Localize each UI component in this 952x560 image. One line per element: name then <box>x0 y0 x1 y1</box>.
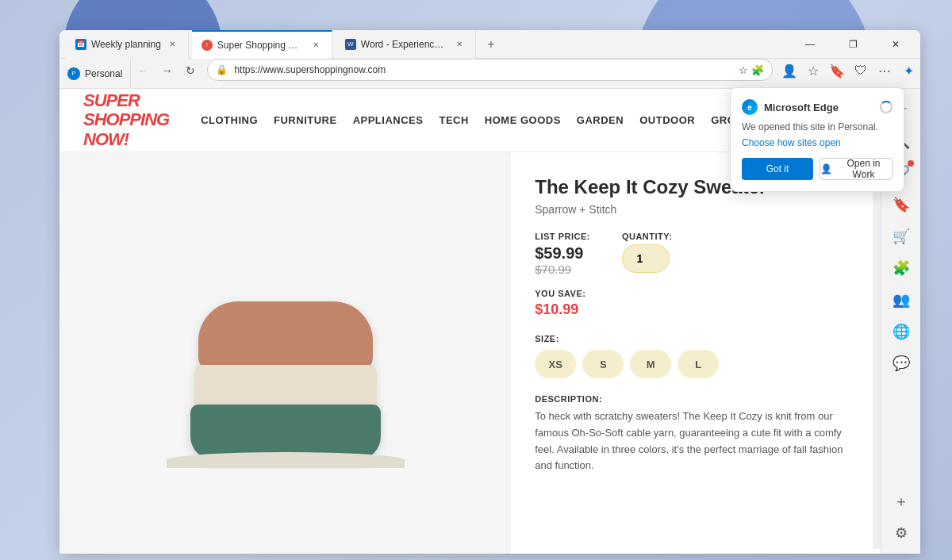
tab-label-active: Super Shopping Now <box>217 40 305 51</box>
favorites-icon[interactable]: ☆ <box>739 64 748 76</box>
size-l[interactable]: L <box>678 350 719 378</box>
description-text: To heck with scratchy sweaters! The Keep… <box>535 408 857 474</box>
browser-essentials-button[interactable]: 🛡 <box>849 59 873 82</box>
quantity-block: QUANTITY: <box>622 232 673 273</box>
nav-appliances[interactable]: APPLIANCES <box>353 114 424 126</box>
nav-garden[interactable]: GARDEN <box>577 114 624 126</box>
side-bookmark-icon[interactable]: 🔖 <box>887 190 916 219</box>
edge-popup-body: We opened this site in Personal. <box>742 121 892 132</box>
address-text: https://www.supershoppingnow.com <box>234 64 386 75</box>
side-add-icon[interactable]: ＋ <box>887 487 916 516</box>
close-button[interactable]: ✕ <box>877 33 914 56</box>
collections-button[interactable]: 🔖 <box>825 59 849 82</box>
back-button[interactable]: ← <box>131 59 155 82</box>
refresh-button[interactable]: ↻ <box>178 59 202 82</box>
new-tab-button[interactable]: + <box>479 33 503 56</box>
extensions-icon[interactable]: 🧩 <box>751 64 764 76</box>
tab-favicon-shopping: ! <box>202 40 213 51</box>
description-label: DESCRIPTION: <box>535 394 857 404</box>
edge-popup: e Microsoft Edge We opened this site in … <box>730 87 904 192</box>
savings-amount: $10.99 <box>535 301 857 318</box>
tab-close-button[interactable]: ✕ <box>166 38 178 51</box>
settings-more-button[interactable]: ⋯ <box>873 59 896 82</box>
original-price: $70.99 <box>535 263 590 276</box>
profile-avatar: P <box>67 67 80 80</box>
size-options: XS S M L <box>535 350 857 378</box>
site-logo: SUPER SHOPPING NOW! <box>83 91 169 149</box>
list-price-label: LIST PRICE: <box>535 232 590 241</box>
person-icon: 👤 <box>820 163 832 175</box>
product-page: The Keep It Cozy Sweater Sparrow + Stitc… <box>60 152 881 554</box>
you-save-label: YOU SAVE: <box>535 289 857 298</box>
size-section: SIZE: XS S M L <box>535 334 857 378</box>
size-label: SIZE: <box>535 334 857 343</box>
got-it-button[interactable]: Got it <box>742 158 813 180</box>
browser-toolbar-row: P Personal ← → ↻ 🔒 https://www.supershop… <box>60 59 920 89</box>
price-block: LIST PRICE: $59.99 $70.99 <box>535 232 590 276</box>
maximize-button[interactable]: ❐ <box>835 33 871 56</box>
open-in-work-button[interactable]: 👤 Open in Work <box>820 158 892 180</box>
product-image-section <box>60 152 511 554</box>
window-controls: — ❐ ✕ <box>792 33 914 56</box>
tab-super-shopping[interactable]: ! Super Shopping Now ✕ <box>192 30 332 59</box>
side-chat-icon[interactable]: 💬 <box>887 349 916 378</box>
current-price: $59.99 <box>535 244 590 263</box>
edge-logo-icon: e <box>742 99 758 115</box>
side-cart-icon[interactable]: 🛒 <box>887 222 916 251</box>
description-section: DESCRIPTION: To heck with scratchy sweat… <box>535 394 857 474</box>
tab-word[interactable]: W Word - Experience Built for Focus ✕ <box>336 30 476 59</box>
nav-furniture[interactable]: FURNITURE <box>274 114 337 126</box>
profile-indicator[interactable]: P Personal <box>60 59 131 88</box>
product-info: The Keep It Cozy Sweater Sparrow + Stitc… <box>511 152 881 554</box>
product-brand: Sparrow + Stitch <box>535 203 857 216</box>
product-image <box>135 214 436 492</box>
tab-label-word: Word - Experience Built for Focus <box>361 39 448 50</box>
forward-button[interactable]: → <box>155 59 178 82</box>
tab-favicon-calendar: 📅 <box>75 39 86 50</box>
tab-label: Weekly planning <box>91 39 161 50</box>
nav-home-goods[interactable]: HOME GOODS <box>485 114 561 126</box>
savings-section: YOU SAVE: $10.99 <box>535 289 857 318</box>
main-nav: CLOTHING FURNITURE APPLIANCES TECH HOME … <box>201 114 766 126</box>
side-globe-icon[interactable]: 🌐 <box>887 317 916 346</box>
favorites-bar-button[interactable]: ☆ <box>801 59 825 82</box>
side-puzzle-icon[interactable]: 🧩 <box>887 254 916 282</box>
nav-clothing[interactable]: CLOTHING <box>201 114 258 126</box>
price-section: LIST PRICE: $59.99 $70.99 QUANTITY: <box>535 232 857 276</box>
minimize-button[interactable]: — <box>792 33 828 56</box>
tab-weekly-planning[interactable]: 📅 Weekly planning ✕ <box>66 30 189 59</box>
size-xs[interactable]: XS <box>535 350 576 378</box>
quantity-input[interactable] <box>622 244 670 273</box>
loading-spinner <box>880 101 892 113</box>
edge-popup-buttons: Got it 👤 Open in Work <box>742 158 892 180</box>
size-s[interactable]: S <box>582 350 624 378</box>
address-lock-icon: 🔒 <box>216 64 228 75</box>
nav-tech[interactable]: TECH <box>439 114 468 126</box>
shelf <box>167 452 405 468</box>
edge-popup-header: e Microsoft Edge <box>742 99 892 115</box>
side-settings-icon[interactable]: ⚙ <box>887 519 916 547</box>
profile-button[interactable]: 👤 <box>777 59 801 82</box>
tab-close-word-button[interactable]: ✕ <box>453 38 466 51</box>
side-people-icon[interactable]: 👥 <box>887 286 916 314</box>
edge-popup-title: Microsoft Edge <box>764 102 839 113</box>
address-bar-icons: ☆ 🧩 <box>739 64 764 76</box>
size-m[interactable]: M <box>630 350 671 378</box>
tab-close-active-button[interactable]: ✕ <box>309 39 322 52</box>
tab-favicon-word: W <box>345 39 356 50</box>
quantity-label: QUANTITY: <box>622 232 673 241</box>
sweater-top-layer <box>198 301 373 373</box>
browser-titlebar: 📅 Weekly planning ✕ ! Super Shopping Now… <box>60 30 920 59</box>
address-bar[interactable]: 🔒 https://www.supershoppingnow.com ☆ 🧩 <box>207 59 773 81</box>
copilot-button[interactable]: ✦ <box>896 59 920 82</box>
profile-label: Personal <box>85 68 122 79</box>
edge-popup-link[interactable]: Choose how sites open <box>742 137 892 148</box>
nav-outdoor[interactable]: OUTDOOR <box>639 114 695 126</box>
